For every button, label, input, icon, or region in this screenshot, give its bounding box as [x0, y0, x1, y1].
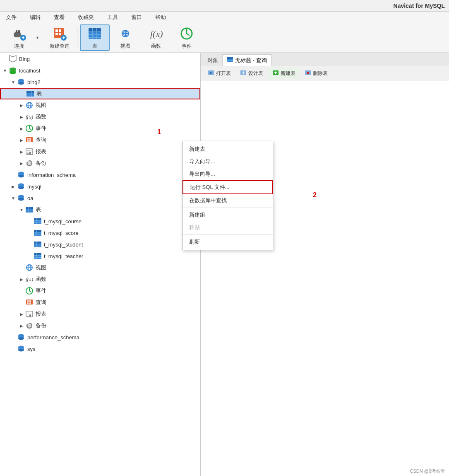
function-icon: f(x)	[149, 26, 163, 41]
menu-window[interactable]: 窗口	[129, 13, 144, 22]
svg-rect-89	[34, 234, 41, 234]
tree-node-oa[interactable]: ▼ oa	[0, 192, 200, 204]
svg-line-31	[187, 34, 189, 35]
svg-rect-43	[29, 91, 29, 97]
svg-rect-115	[29, 302, 31, 304]
ctx-run-sql[interactable]: 运行 SQL 文件...	[182, 180, 273, 194]
delete-table-icon	[305, 70, 311, 77]
ctx-paste[interactable]: 粘贴	[182, 221, 273, 234]
newquery-button[interactable]: 新建查询	[45, 24, 74, 51]
menu-file[interactable]: 文件	[3, 13, 19, 22]
svg-line-110	[29, 291, 31, 292]
newquery-icon	[52, 26, 67, 41]
tree-node-perf-schema[interactable]: performance_schema	[0, 331, 200, 343]
hanshu-arrow: ▶	[18, 115, 25, 119]
toolbar: 连接 ▼ 新建查询	[0, 23, 449, 53]
sys-icon	[17, 344, 26, 353]
svg-rect-128	[227, 57, 233, 59]
tree-node-oa-baobiao[interactable]: ▶ 报表	[0, 308, 200, 320]
open-table-button[interactable]: 打开表	[204, 68, 235, 79]
shijian-label: 事件	[36, 125, 46, 132]
new-table-button[interactable]: 新建表	[269, 68, 299, 79]
localhost-label: localhost	[19, 68, 40, 74]
tree-node-info-schema[interactable]: information_schema	[0, 169, 200, 181]
tree-node-bing2[interactable]: ▼ bing2	[0, 76, 200, 88]
right-panel: 对象 无标题 - 查询	[201, 53, 449, 476]
beifen-arrow: ▶	[18, 161, 25, 166]
svg-text:f(x): f(x)	[26, 276, 33, 283]
tree-node-oa-shitu[interactable]: 视图	[0, 262, 200, 273]
tree-node-oa-chaxun[interactable]: 查询	[0, 297, 200, 308]
menu-bar: 文件 编辑 查看 收藏夹 工具 窗口 帮助	[0, 12, 449, 23]
tree-node-oa-biao[interactable]: ▼ 表	[0, 204, 200, 215]
svg-rect-21	[92, 28, 93, 39]
oa-biao-label: 表	[36, 206, 41, 213]
svg-rect-85	[39, 218, 39, 224]
design-table-label: 设计表	[248, 70, 263, 77]
score-label: t_mysql_score	[44, 230, 79, 236]
menu-view[interactable]: 查看	[51, 13, 67, 22]
tab-objects[interactable]: 对象	[203, 55, 222, 66]
tree-node-beifen[interactable]: ▶ 备份	[0, 157, 200, 169]
menu-favorites[interactable]: 收藏夹	[75, 13, 96, 22]
tree-node-localhost[interactable]: ▼ localhost	[0, 65, 200, 76]
tree-node-baobiao[interactable]: ▶ 报表	[0, 146, 200, 157]
tree-node-chaxun[interactable]: ▶ 查询	[0, 134, 200, 146]
svg-rect-78	[28, 207, 29, 213]
connect-dropdown-arrow[interactable]: ▼	[36, 36, 39, 40]
svg-text:f(x): f(x)	[26, 114, 33, 120]
tree-node-biao[interactable]: 表	[0, 88, 200, 99]
svg-rect-87	[34, 230, 41, 232]
svg-rect-53	[27, 138, 29, 140]
hanshu-label: 函数	[36, 113, 46, 121]
menu-help[interactable]: 帮助	[153, 13, 168, 22]
svg-rect-56	[29, 140, 31, 142]
connect-button[interactable]: 连接	[4, 24, 34, 51]
tree-node-sys[interactable]: sys	[0, 343, 200, 355]
tree-node-mysql[interactable]: ▶ mysql	[0, 181, 200, 192]
design-table-icon	[240, 70, 247, 77]
tree-node-shitu[interactable]: ▶ 视图	[0, 99, 200, 111]
design-table-button[interactable]: 设计表	[236, 68, 267, 79]
ctx-new-table[interactable]: 新建表	[182, 143, 273, 155]
svg-rect-55	[27, 140, 29, 142]
bing-icon	[8, 54, 17, 63]
tree-node-hanshu[interactable]: ▶ f(x) 函数	[0, 111, 200, 123]
menu-tools[interactable]: 工具	[105, 13, 120, 22]
tree-node-oa-hanshu[interactable]: ▶ f(x) 函数	[0, 273, 200, 285]
function-label: 函数	[151, 43, 161, 50]
shitu-arrow: ▶	[18, 103, 25, 108]
ctx-export-wizard[interactable]: 导出向导...	[182, 168, 273, 180]
ctx-find-in-db[interactable]: 在数据库中查找	[182, 194, 273, 207]
svg-rect-114	[27, 302, 29, 304]
object-toolbar: 打开表 设计表	[201, 66, 449, 81]
tab-query[interactable]: 无标题 - 查询	[222, 54, 271, 66]
svg-point-67	[18, 175, 24, 178]
oa-hanshu-icon: f(x)	[25, 275, 34, 284]
mysql-icon	[17, 182, 26, 191]
table-tab-icon	[227, 56, 233, 64]
svg-rect-15	[63, 36, 64, 39]
delete-table-button[interactable]: 删除表	[301, 68, 331, 79]
menu-edit[interactable]: 编辑	[27, 13, 43, 22]
view-button[interactable]: 视图	[110, 24, 140, 51]
tree-node-bing[interactable]: Bing	[0, 53, 200, 65]
oa-icon	[17, 193, 26, 203]
tree-node-t-mysql-course[interactable]: t_mysql_course	[0, 215, 200, 227]
function-button[interactable]: f(x) 函数	[141, 24, 171, 51]
tree-node-oa-shijian[interactable]: 事件	[0, 285, 200, 297]
tree-node-shijian[interactable]: ▶ 事件	[0, 123, 200, 134]
open-table-icon	[208, 70, 214, 77]
credit-text: CSDN @0潜临沂	[410, 469, 445, 474]
ctx-import-wizard[interactable]: 导入向导...	[182, 155, 273, 168]
table-button[interactable]: 表	[80, 24, 110, 51]
event-button[interactable]: 事件	[172, 24, 202, 51]
tree-node-t-mysql-score[interactable]: t_mysql_score	[0, 227, 200, 239]
tree-node-t-mysql-student[interactable]: t_mysql_student	[0, 239, 200, 250]
bing-label: Bing	[19, 56, 30, 62]
svg-rect-12	[59, 33, 61, 35]
tree-node-oa-beifen[interactable]: ▶ 备份	[0, 320, 200, 331]
ctx-new-group[interactable]: 新建组	[182, 209, 273, 221]
ctx-refresh[interactable]: 刷新	[182, 236, 273, 248]
tree-node-t-mysql-teacher[interactable]: t_mysql_teacher	[0, 250, 200, 262]
